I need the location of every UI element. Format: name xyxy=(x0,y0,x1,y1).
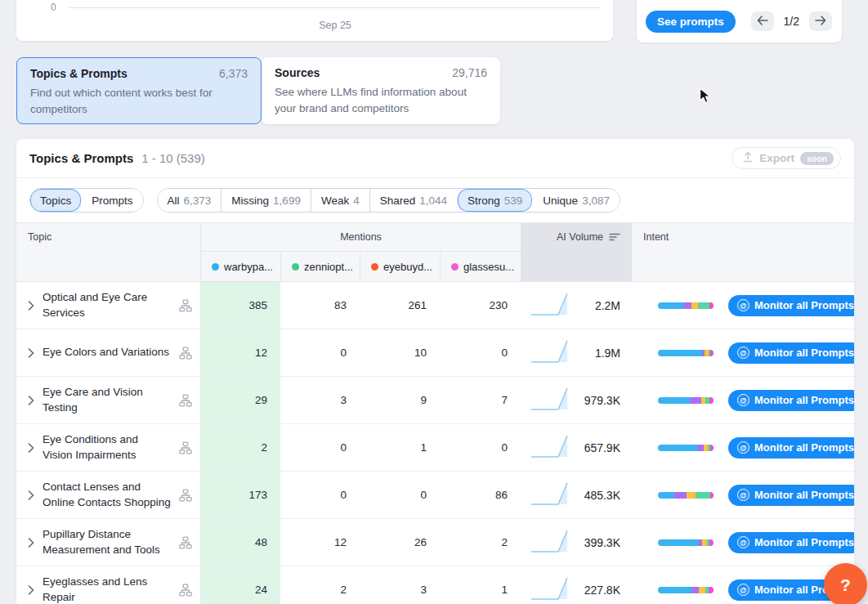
topic-name[interactable]: Eye Colors and Variations xyxy=(43,345,171,360)
monitor-button-label: Monitor all Prompts xyxy=(754,536,854,548)
competitor-dot xyxy=(292,263,299,271)
intent-bar xyxy=(658,587,714,593)
ai-volume-value: 2.2M xyxy=(595,299,620,312)
trend-chart-card: 0 Sep 25 xyxy=(16,0,613,41)
table-row: Pupillary Distance Measurement and Tools… xyxy=(16,519,854,566)
monitor-icon: @ xyxy=(737,489,749,501)
column-group-mentions: Mentions warbypa... zenniopt... eyebuyd.… xyxy=(200,223,521,281)
competitor-dot xyxy=(451,263,459,271)
trend-sparkline xyxy=(529,572,571,604)
intent-bar xyxy=(658,350,714,356)
trend-sparkline xyxy=(529,335,571,371)
hierarchy-icon[interactable] xyxy=(179,441,192,454)
ai-volume-value: 657.9K xyxy=(584,441,620,454)
monitor-button-label: Monitor all Prompts xyxy=(754,394,854,406)
mentions-value-warbyparker: 385 xyxy=(200,282,280,329)
nav-card-count: 29,716 xyxy=(452,66,487,79)
mentions-value-zennioptical: 2 xyxy=(280,566,360,604)
expand-chevron-icon[interactable] xyxy=(28,301,34,311)
hierarchy-icon[interactable] xyxy=(179,299,192,312)
competitor-dot xyxy=(212,263,219,271)
monitor-all-prompts-button[interactable]: @ Monitor all Prompts xyxy=(728,485,854,506)
mouse-cursor xyxy=(699,87,714,108)
filter-missing[interactable]: Missing 1,699 xyxy=(221,189,311,212)
ai-volume-value: 399.3K xyxy=(584,536,620,549)
nav-card-topics-prompts[interactable]: Topics & Prompts 6,373 Find out which co… xyxy=(16,57,262,124)
trend-sparkline xyxy=(529,477,571,513)
view-toggle-group: Topics Prompts xyxy=(29,188,144,213)
monitor-all-prompts-button[interactable]: @ Monitor all Prompts xyxy=(728,342,854,364)
nav-card-count: 6,373 xyxy=(219,67,248,80)
topic-name[interactable]: Eyeglasses and Lens Repair xyxy=(43,575,171,604)
ai-volume-value: 1.9M xyxy=(595,347,620,360)
expand-chevron-icon[interactable] xyxy=(28,538,34,548)
help-button[interactable]: ? xyxy=(824,563,867,604)
topic-name[interactable]: Eye Care and Vision Testing xyxy=(43,385,171,414)
monitor-button-label: Monitor all Prompts xyxy=(754,299,854,311)
next-page-button[interactable] xyxy=(809,11,832,31)
nav-card-description: Find out which content works best for co… xyxy=(30,85,248,117)
monitor-all-prompts-button[interactable]: @ Monitor all Prompts xyxy=(728,390,854,411)
expand-chevron-icon[interactable] xyxy=(28,490,34,500)
column-header-ai-volume[interactable]: AI Volume xyxy=(521,223,632,281)
filter-label: All xyxy=(168,195,180,207)
table-row: Eye Care and Vision Testing 29 3 9 7 9 xyxy=(16,377,854,424)
table-body: Optical and Eye Care Services 385 83 261… xyxy=(16,282,854,604)
filter-shared[interactable]: Shared 1,044 xyxy=(369,189,457,212)
page-indicator: 1/2 xyxy=(784,15,799,28)
mentions-value-warbyparker: 12 xyxy=(200,329,280,376)
toggle-prompts[interactable]: Prompts xyxy=(81,189,142,212)
monitor-button-label: Monitor all Prompts xyxy=(754,347,854,359)
monitor-icon: @ xyxy=(737,299,749,311)
monitor-all-prompts-button[interactable]: @ Monitor all Prompts xyxy=(728,532,854,553)
prev-page-button[interactable] xyxy=(751,11,774,31)
filter-unique[interactable]: Unique 3,087 xyxy=(532,189,620,212)
monitor-all-prompts-button[interactable]: @ Monitor all Prompts xyxy=(728,437,854,459)
topic-name[interactable]: Eye Conditions and Vision Impairments xyxy=(43,432,171,462)
mentions-value-warbyparker: 173 xyxy=(200,472,280,518)
expand-chevron-icon[interactable] xyxy=(28,396,34,405)
topics-table: Topic Mentions warbypa... zenniopt... ey… xyxy=(16,222,854,604)
mentions-value-glassesusa: 0 xyxy=(440,329,521,376)
mentions-value-glassesusa: 7 xyxy=(440,377,521,423)
filter-bar: Topics Prompts All 6,373 Missing 1,699 W… xyxy=(16,178,854,222)
topic-name[interactable]: Pupillary Distance Measurement and Tools xyxy=(43,527,171,557)
nav-card-sources[interactable]: Sources 29,716 See where LLMs find infor… xyxy=(262,57,500,124)
mentions-value-zennioptical: 0 xyxy=(280,329,360,376)
expand-chevron-icon[interactable] xyxy=(28,443,34,453)
filter-label: Shared xyxy=(380,195,416,207)
column-header-topic: Topic xyxy=(16,223,200,281)
expand-chevron-icon[interactable] xyxy=(28,585,34,595)
mentions-value-glassesusa: 230 xyxy=(440,282,521,329)
intent-bar xyxy=(658,445,714,451)
mentions-value-warbyparker: 29 xyxy=(200,377,280,423)
mentions-value-zennioptical: 3 xyxy=(280,377,360,423)
hierarchy-icon[interactable] xyxy=(179,394,192,407)
monitor-all-prompts-button[interactable]: @ Monitor all Prompts xyxy=(728,295,854,316)
hierarchy-icon[interactable] xyxy=(179,489,192,502)
hierarchy-icon[interactable] xyxy=(179,584,192,597)
ai-volume-label: AI Volume xyxy=(557,231,603,243)
topic-name[interactable]: Optical and Eye Care Services xyxy=(43,290,171,320)
mentions-value-zennioptical: 12 xyxy=(280,519,360,566)
trend-sparkline xyxy=(529,525,571,561)
trend-sparkline xyxy=(529,288,571,324)
hierarchy-icon[interactable] xyxy=(179,536,192,549)
ai-volume-value: 979.3K xyxy=(584,394,620,407)
export-button[interactable]: Export soon xyxy=(732,147,841,169)
competitor-label: eyebuyd... xyxy=(383,261,432,273)
filter-count: 4 xyxy=(353,195,360,207)
column-header-intent: Intent xyxy=(632,223,854,281)
filter-all[interactable]: All 6,373 xyxy=(158,189,221,212)
filter-weak[interactable]: Weak 4 xyxy=(311,189,369,212)
table-row: Eyeglasses and Lens Repair 24 2 3 1 22 xyxy=(16,566,854,604)
topic-name[interactable]: Contact Lenses and Online Contacts Shopp… xyxy=(43,480,171,509)
hierarchy-icon[interactable] xyxy=(179,347,192,360)
mentions-value-eyebuydirect: 10 xyxy=(360,329,440,376)
expand-chevron-icon[interactable] xyxy=(28,348,34,358)
toggle-topics[interactable]: Topics xyxy=(30,189,81,212)
filter-strong[interactable]: Strong 539 xyxy=(457,189,532,212)
see-prompts-button[interactable]: See prompts xyxy=(646,11,736,33)
mentions-value-eyebuydirect: 0 xyxy=(360,472,440,518)
filter-count: 1,044 xyxy=(419,195,447,207)
